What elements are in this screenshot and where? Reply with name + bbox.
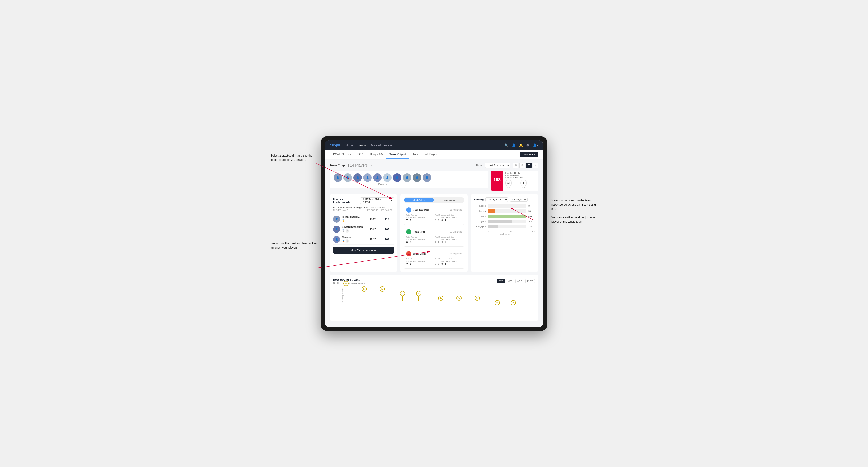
view-grid-btn[interactable]: ⊞ <box>513 162 519 168</box>
pac-practice-group-2: Total Practice Activities OTTAPPARGPUTT … <box>435 236 462 244</box>
player-avatar-4[interactable]: 👤 <box>363 173 372 182</box>
bar-row-dbogeys: D. Bogeys + 131 <box>474 225 535 228</box>
view-detail-btn[interactable]: ☰ <box>526 162 532 168</box>
yds-label-1: yds <box>505 186 512 188</box>
lb-col-avg: PB AVG SQ <box>380 209 394 211</box>
settings-icon[interactable]: ⚙ <box>526 144 529 147</box>
navbar: clippd Home Teams My Performance 🔍 👤 🔔 ⚙… <box>325 140 543 150</box>
pac-app-2: 0 <box>438 241 439 243</box>
user-search-icon[interactable]: 👤 <box>512 144 516 147</box>
pac-date-1: 26 Aug 2023 <box>450 209 462 211</box>
show-controls: Show: Last 3 months Last 6 months Last y… <box>475 162 538 168</box>
lb-row-3[interactable]: 👤 Cameron... 🥉 3 17/20 103 <box>333 235 394 245</box>
player-avatar-7[interactable]: 👤 <box>393 173 401 182</box>
team-title: Team Clippd <box>330 164 346 167</box>
streaks-filter-ott[interactable]: OTT <box>497 279 505 283</box>
view-sort-btn[interactable]: ⇅ <box>533 162 538 168</box>
leaderboard-subtitle: PUTT Must Make Putting (3-6 ft), Last 3 … <box>333 206 394 209</box>
view-full-leaderboard-button[interactable]: View Full Leaderboard <box>333 247 394 253</box>
streak-dot-circle-5x-2: 5x <box>416 291 421 296</box>
pac-stats-1: Total Rounds TournamentPractice 7 6 <box>406 214 462 222</box>
all-players-filter[interactable]: All Players ▾ <box>510 198 527 201</box>
player-avatar-9[interactable]: 👤 <box>413 173 421 182</box>
lb-badge-3: 🥉 3 <box>342 239 349 243</box>
activity-card-3[interactable]: Josh Coles 26 Aug 2023 Total Rounds Tour… <box>404 249 465 269</box>
streaks-filter-arg[interactable]: ARG <box>516 279 524 283</box>
player-avatar-2[interactable]: 👤 <box>343 173 352 182</box>
yds-label-2: yds <box>520 186 527 188</box>
nav-home[interactable]: Home <box>346 143 353 148</box>
streak-dot-circle-3x-1: 3x <box>495 300 500 305</box>
leaderboard-filter[interactable]: PUTT Must Make Putting... ▾ <box>360 197 394 204</box>
subnav-team-clippd[interactable]: Team Clippd <box>386 150 409 159</box>
streak-dot-circle-6x-2: 6x <box>380 286 385 291</box>
leaderboard-title: Practice Leaderboards <box>333 198 360 204</box>
pac-tournament-1: 7 <box>406 219 408 222</box>
pac-player-1: Blair McHarg <box>406 207 429 213</box>
shot-yds: 16 yds → 0 yds <box>505 180 536 188</box>
search-icon[interactable]: 🔍 <box>504 144 508 147</box>
add-team-button[interactable]: Add Team <box>520 152 538 157</box>
pac-rounds-sub-2: TournamentPractice <box>406 239 433 241</box>
streaks-filter-app[interactable]: APP <box>506 279 515 283</box>
nav-teams[interactable]: Teams <box>358 143 366 148</box>
tab-most-active[interactable]: Most Active <box>404 198 434 203</box>
scoring-par-filter[interactable]: Par 3, 4 & 5s Par 3s Par 4s Par 5s <box>486 197 508 202</box>
three-col-grid: Practice Leaderboards PUTT Must Make Put… <box>330 194 538 272</box>
streak-dot-circle-4x-1: 4x <box>438 295 443 301</box>
medal-bronze-icon: 🥉 <box>342 240 345 242</box>
streaks-title-group: Best Round Streaks Off The Tee, Fairway … <box>333 278 365 284</box>
lb-player-name-3: Cameron... <box>342 236 366 239</box>
brand-logo[interactable]: clippd <box>330 143 340 148</box>
activity-card-2[interactable]: Rees Britt 02 Sep 2023 Total Rounds Tour… <box>404 227 465 247</box>
streaks-filter-putt[interactable]: PUTT <box>525 279 535 283</box>
lb-col-headers: PLAYER NAME PB SCORE PB AVG SQ <box>333 209 394 213</box>
lb-row-1[interactable]: 👤 Richard Butler... 🥇 19/20 110 <box>333 214 394 224</box>
bar-row-eagles: Eagles 3 <box>474 204 535 208</box>
streak-dot-5x-1: 5x <box>400 291 405 301</box>
pac-rounds-values-1: 7 6 <box>406 219 433 222</box>
streak-dot-circle-3x-2: 3x <box>511 300 516 305</box>
streak-dot-line-3x-2 <box>513 305 514 308</box>
subnav-pgat[interactable]: PGAT Players <box>330 150 354 159</box>
pac-name-1: Blair McHarg <box>413 209 429 211</box>
activity-card-1[interactable]: Blair McHarg 26 Aug 2023 Total Rounds To… <box>404 205 465 225</box>
player-avatar-5[interactable]: 👤 <box>373 173 382 182</box>
streak-chart-container: 7x 6x 6x <box>333 287 535 317</box>
edit-icon[interactable]: ✏ <box>371 164 373 167</box>
players-and-shot: 👤 👤 👤 👤 👤 👤 👤 👤 👤 👤 <box>330 170 538 191</box>
nav-my-performance[interactable]: My Performance <box>371 143 392 148</box>
player-avatar-6[interactable]: 👤 <box>383 173 392 182</box>
bar-fill-bogeys <box>488 220 512 223</box>
player-avatar-1[interactable]: 👤 <box>334 173 342 182</box>
pac-player-2: Rees Britt <box>406 229 425 235</box>
shot-end-lie: End Lie: In The Hole <box>505 176 536 178</box>
navbar-icons: 🔍 👤 🔔 ⚙ 👤▾ <box>504 144 538 147</box>
player-avatar-3[interactable]: 👤 <box>353 173 362 182</box>
profile-icon[interactable]: 👤▾ <box>533 144 538 147</box>
subnav: PGAT Players PGA Hcaps 1-5 Team Clippd T… <box>325 150 543 159</box>
subnav-tour[interactable]: Tour <box>409 150 422 159</box>
chevron-down-icon: ▾ <box>391 199 392 202</box>
bar-fill-dbogeys <box>488 225 498 228</box>
player-avatar-8[interactable]: 👤 <box>403 173 411 182</box>
subnav-all-players[interactable]: All Players <box>422 150 441 159</box>
lb-player-info-1: Richard Butler... 🥇 <box>342 216 366 222</box>
view-grid2-btn[interactable]: ⊟ <box>519 162 525 168</box>
player-avatar-10[interactable]: 👤 <box>423 173 431 182</box>
tab-least-active[interactable]: Least Active <box>434 198 464 203</box>
subnav-pga[interactable]: PGA <box>354 150 367 159</box>
streaks-section: Best Round Streaks Off The Tee, Fairway … <box>330 275 538 321</box>
notification-icon[interactable]: 🔔 <box>519 144 523 147</box>
xaxis-0: 0 <box>488 230 489 232</box>
lb-row-2[interactable]: 👤 Edward Crossman 🥈 2 18/20 107 <box>333 224 394 235</box>
bar-track-birdies <box>488 210 526 213</box>
show-select[interactable]: Last 3 months Last 6 months Last year <box>485 163 510 168</box>
arrow-right-icon: → <box>515 182 518 186</box>
lb-player-name-1: Richard Butler... <box>342 216 366 218</box>
subnav-hcaps[interactable]: Hcaps 1-5 <box>367 150 386 159</box>
pac-practice-1: 6 <box>410 219 411 222</box>
shot-card-red: 198 SQ <box>491 170 503 191</box>
xaxis-400: 400 <box>532 230 535 232</box>
bar-count-pars: 499 <box>528 215 535 217</box>
